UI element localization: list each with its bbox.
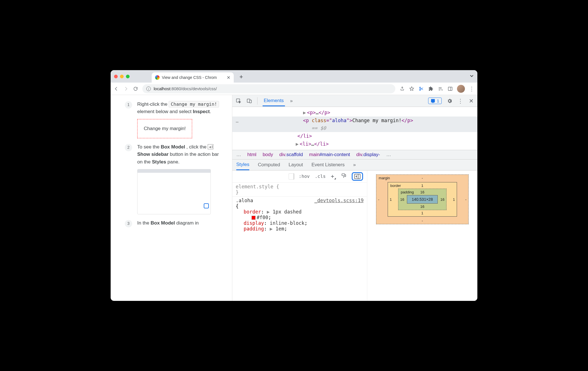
styles-rules: :hov .cls +◢ element.style { } bbox=[232, 171, 367, 301]
step-body: Right-click the Change my margin! elemen… bbox=[137, 101, 224, 138]
source-link[interactable]: _devtools.scss:19 bbox=[314, 198, 364, 203]
rule-element-style[interactable]: element.style { } bbox=[232, 183, 367, 197]
svg-rect-7 bbox=[355, 174, 360, 179]
browser-window: View and change CSS - Chrom ✕ + i localh… bbox=[111, 70, 477, 301]
devtools-top-bar: Elements » 1 ⋮ ✕ bbox=[232, 95, 477, 107]
window-minimize[interactable] bbox=[120, 75, 124, 78]
device-toggle-icon[interactable] bbox=[246, 98, 252, 104]
crumb-item[interactable]: html bbox=[247, 152, 256, 158]
svg-point-0 bbox=[419, 87, 421, 89]
reload-button[interactable] bbox=[133, 86, 138, 92]
extensions-icon[interactable] bbox=[428, 86, 434, 92]
settings-icon[interactable] bbox=[447, 98, 452, 104]
inspect-icon[interactable] bbox=[236, 98, 241, 104]
address-bar[interactable]: i localhost:8080/docs/devtools/css/ bbox=[142, 84, 395, 93]
tab-title: View and change CSS - Chrom bbox=[162, 75, 217, 80]
browser-toolbar: i localhost:8080/docs/devtools/css/ ⋮ bbox=[111, 83, 477, 95]
paint-icon[interactable] bbox=[341, 173, 347, 180]
cls-toggle[interactable]: .cls bbox=[315, 174, 326, 179]
box-model-diagram[interactable]: margin - - - - border 1 1 1 1 padding bbox=[367, 171, 477, 301]
url-text: localhost:8080/docs/devtools/css/ bbox=[154, 86, 217, 91]
forward-button[interactable] bbox=[123, 86, 129, 92]
issues-badge[interactable]: 1 bbox=[428, 98, 442, 104]
subtab-computed[interactable]: Computed bbox=[258, 162, 280, 168]
step-body: To see the Box Model , click the Show si… bbox=[137, 143, 224, 214]
crumb-overflow[interactable]: … bbox=[236, 152, 241, 158]
rule-aloha[interactable]: .aloha _devtools.scss:19 { border: ▶ 1px… bbox=[232, 197, 367, 233]
tab-close-icon[interactable]: ✕ bbox=[227, 75, 230, 80]
styles-subtabs: Styles Computed Layout Event Listeners » bbox=[232, 159, 477, 171]
dom-tree[interactable]: ▶<p>…</p> <p class="aloha">Change my mar… bbox=[232, 107, 477, 150]
new-rule-icon[interactable]: +◢ bbox=[331, 173, 336, 180]
crumb-overflow[interactable]: … bbox=[386, 152, 391, 158]
styles-toolbar: :hov .cls +◢ bbox=[232, 171, 367, 183]
show-sidebar-button[interactable] bbox=[352, 172, 363, 181]
styles-area: :hov .cls +◢ element.style { } bbox=[232, 171, 477, 301]
svg-point-1 bbox=[419, 89, 421, 90]
selected-dom-node[interactable]: <p class="aloha">Change my margin!</p> =… bbox=[232, 117, 477, 132]
hov-toggle[interactable]: :hov bbox=[299, 174, 310, 179]
show-sidebar-icon bbox=[208, 144, 213, 149]
subtab-styles[interactable]: Styles bbox=[236, 159, 249, 170]
screenshot-thumbnail bbox=[137, 169, 211, 214]
browser-tab[interactable]: View and change CSS - Chrom ✕ bbox=[152, 72, 234, 83]
step-body: In the Box Model diagram in bbox=[137, 219, 199, 227]
color-swatch[interactable] bbox=[252, 216, 256, 220]
profile-avatar[interactable] bbox=[457, 85, 465, 93]
filter-input[interactable] bbox=[289, 173, 294, 180]
svg-rect-5 bbox=[250, 100, 252, 103]
tab-strip: View and change CSS - Chrom ✕ + bbox=[111, 70, 477, 83]
traffic-lights bbox=[114, 75, 130, 78]
music-icon[interactable] bbox=[438, 86, 443, 92]
devtools-menu[interactable]: ⋮ bbox=[458, 98, 463, 104]
more-tabs-icon[interactable]: » bbox=[290, 98, 293, 104]
subtab-event-listeners[interactable]: Event Listeners bbox=[312, 162, 345, 168]
step-1: 1 Right-click the Change my margin! elem… bbox=[125, 101, 224, 138]
box-model-content[interactable]: 140.531×28 bbox=[407, 195, 437, 204]
window-close[interactable] bbox=[114, 75, 118, 78]
window-menu-chevron[interactable] bbox=[469, 74, 474, 79]
devtools-panel: Elements » 1 ⋮ ✕ ▶<p>…</p> <p class="alo… bbox=[232, 95, 477, 301]
content-area: 1 Right-click the Change my margin! elem… bbox=[111, 95, 477, 301]
svg-rect-2 bbox=[448, 87, 452, 90]
bookmark-icon[interactable] bbox=[409, 86, 415, 92]
step-num: 3 bbox=[125, 220, 132, 227]
chrome-favicon bbox=[155, 75, 160, 80]
devtools-close-icon[interactable]: ✕ bbox=[468, 98, 474, 104]
scissors-icon[interactable] bbox=[419, 86, 424, 92]
step-num: 2 bbox=[125, 144, 132, 151]
step-2: 2 To see the Box Model , click the Show … bbox=[125, 143, 224, 214]
step-num: 1 bbox=[125, 101, 132, 109]
more-subtabs-icon[interactable]: » bbox=[353, 162, 356, 168]
subtab-layout[interactable]: Layout bbox=[289, 162, 303, 168]
window-maximize[interactable] bbox=[126, 75, 130, 78]
share-icon[interactable] bbox=[399, 86, 405, 92]
svg-rect-6 bbox=[342, 174, 345, 176]
site-info-icon[interactable]: i bbox=[146, 87, 151, 91]
page-content: 1 Right-click the Change my margin! elem… bbox=[111, 95, 232, 301]
back-button[interactable] bbox=[113, 86, 119, 92]
code-snippet: Change my margin! bbox=[169, 101, 219, 107]
crumb-item[interactable]: main#main-content bbox=[309, 152, 350, 158]
step-3: 3 In the Box Model diagram in bbox=[125, 219, 224, 227]
sidepanel-icon[interactable] bbox=[447, 86, 453, 92]
new-tab-button[interactable]: + bbox=[239, 73, 243, 81]
tab-elements[interactable]: Elements bbox=[263, 96, 285, 106]
breadcrumb[interactable]: … html body div.scaffold main#main-conte… bbox=[232, 150, 477, 159]
demo-element[interactable]: Change my margin! bbox=[137, 119, 192, 138]
browser-menu[interactable]: ⋮ bbox=[469, 85, 475, 92]
crumb-item[interactable]: div.display- bbox=[356, 152, 380, 158]
crumb-item[interactable]: body bbox=[263, 152, 273, 158]
crumb-item[interactable]: div.scaffold bbox=[279, 152, 303, 158]
